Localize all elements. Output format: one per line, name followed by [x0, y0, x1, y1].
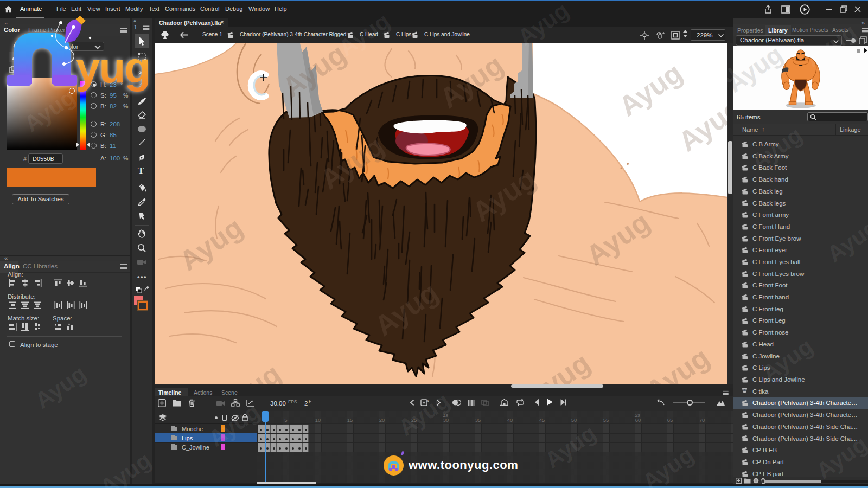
- svg-text:A: A: [426, 399, 429, 403]
